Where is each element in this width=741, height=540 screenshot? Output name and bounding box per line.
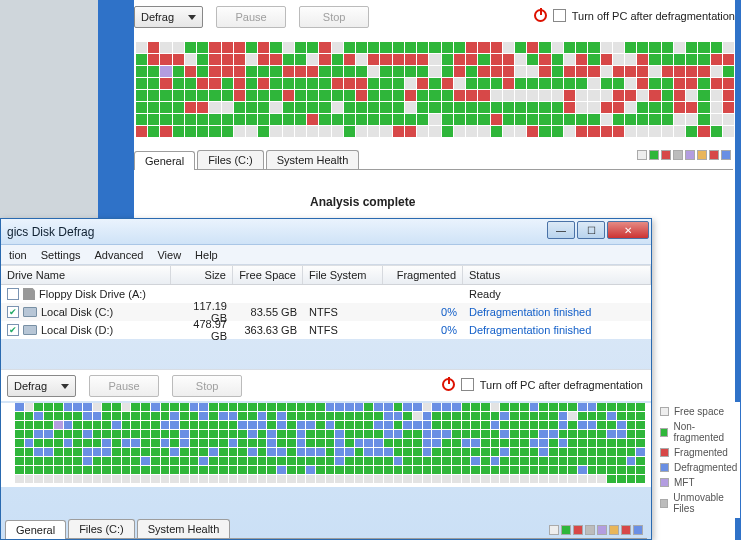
column-header[interactable]: Fragmented bbox=[383, 266, 463, 284]
cluster-cell bbox=[576, 90, 587, 101]
cluster-cell bbox=[552, 66, 563, 77]
minimize-button[interactable]: — bbox=[547, 221, 575, 239]
tab-general[interactable]: General bbox=[134, 151, 195, 170]
cluster-cell bbox=[588, 439, 597, 447]
cluster-cell bbox=[636, 439, 645, 447]
cluster-cell bbox=[588, 90, 599, 101]
cluster-cell bbox=[112, 466, 121, 474]
tab-files-c-[interactable]: Files (C:) bbox=[68, 519, 135, 538]
cluster-cell bbox=[481, 412, 490, 420]
cluster-cell bbox=[197, 126, 208, 137]
cluster-cell bbox=[686, 90, 697, 101]
row-checkbox[interactable] bbox=[7, 288, 19, 300]
bg-stop-button[interactable]: Stop bbox=[299, 6, 369, 28]
cluster-cell bbox=[229, 421, 238, 429]
tab-general[interactable]: General bbox=[5, 520, 66, 539]
tab-system-health[interactable]: System Health bbox=[137, 519, 231, 538]
row-checkbox[interactable]: ✔ bbox=[7, 324, 19, 336]
cluster-cell bbox=[136, 126, 147, 137]
cluster-cell bbox=[25, 412, 34, 420]
cluster-cell bbox=[209, 78, 220, 89]
bg-poweroff-checkbox[interactable] bbox=[553, 9, 566, 22]
cluster-cell bbox=[356, 42, 367, 53]
cluster-cell bbox=[568, 439, 577, 447]
cluster-cell bbox=[161, 412, 170, 420]
cluster-cell bbox=[93, 439, 102, 447]
cluster-cell bbox=[34, 403, 43, 411]
cluster-cell bbox=[180, 475, 189, 483]
cluster-cell bbox=[698, 42, 709, 53]
menu-advanced[interactable]: Advanced bbox=[95, 249, 144, 261]
fg-poweroff-checkbox[interactable] bbox=[461, 378, 474, 391]
cluster-cell bbox=[238, 421, 247, 429]
menu-help[interactable]: Help bbox=[195, 249, 218, 261]
cluster-cell bbox=[344, 54, 355, 65]
cluster-cell bbox=[267, 448, 276, 456]
column-header[interactable]: File System bbox=[303, 266, 383, 284]
cluster-cell bbox=[277, 421, 286, 429]
menu-tion[interactable]: tion bbox=[9, 249, 27, 261]
cluster-cell bbox=[500, 421, 509, 429]
cluster-cell bbox=[364, 448, 373, 456]
cluster-cell bbox=[442, 403, 451, 411]
cluster-cell bbox=[405, 102, 416, 113]
cluster-cell bbox=[34, 439, 43, 447]
cluster-cell bbox=[25, 403, 34, 411]
cluster-cell bbox=[73, 475, 82, 483]
fg-titlebar[interactable]: gics Disk Defrag — ☐ ✕ bbox=[1, 219, 651, 245]
cluster-cell bbox=[219, 430, 228, 438]
cluster-cell bbox=[209, 54, 220, 65]
drive-row[interactable]: ✔Local Disk (C:)117.19 GB83.55 GBNTFS0%D… bbox=[1, 303, 651, 321]
cluster-cell bbox=[270, 126, 281, 137]
cluster-cell bbox=[44, 475, 53, 483]
row-checkbox[interactable]: ✔ bbox=[7, 306, 19, 318]
cluster-cell bbox=[384, 412, 393, 420]
cluster-cell bbox=[267, 439, 276, 447]
column-header[interactable]: Drive Name bbox=[1, 266, 171, 284]
cluster-cell bbox=[93, 412, 102, 420]
column-header[interactable]: Status bbox=[463, 266, 651, 284]
cluster-cell bbox=[380, 102, 391, 113]
tab-files-c-[interactable]: Files (C:) bbox=[197, 150, 264, 169]
cluster-cell bbox=[15, 403, 24, 411]
tab-system-health[interactable]: System Health bbox=[266, 150, 360, 169]
cluster-cell bbox=[597, 457, 606, 465]
cluster-cell bbox=[674, 114, 685, 125]
bg-pause-button[interactable]: Pause bbox=[216, 6, 286, 28]
menu-view[interactable]: View bbox=[157, 249, 181, 261]
maximize-button[interactable]: ☐ bbox=[577, 221, 605, 239]
column-header[interactable]: Free Space bbox=[233, 266, 303, 284]
cluster-cell bbox=[530, 412, 539, 420]
legend-label: Free space bbox=[674, 406, 724, 417]
cluster-cell bbox=[588, 126, 599, 137]
cluster-cell bbox=[686, 102, 697, 113]
cluster-cell bbox=[393, 114, 404, 125]
cluster-cell bbox=[607, 439, 616, 447]
drive-row[interactable]: ✔Local Disk (D:)478.97 GB363.63 GBNTFS0%… bbox=[1, 321, 651, 339]
fg-stop-button[interactable]: Stop bbox=[172, 375, 242, 397]
fg-defrag-dropdown[interactable]: Defrag bbox=[7, 375, 76, 397]
cluster-cell bbox=[403, 430, 412, 438]
cluster-cell bbox=[711, 90, 722, 101]
column-header[interactable]: Size bbox=[171, 266, 233, 284]
menu-settings[interactable]: Settings bbox=[41, 249, 81, 261]
close-button[interactable]: ✕ bbox=[607, 221, 649, 239]
cluster-cell bbox=[368, 78, 379, 89]
cluster-cell bbox=[199, 466, 208, 474]
cluster-cell bbox=[462, 448, 471, 456]
cluster-cell bbox=[112, 439, 121, 447]
cluster-cell bbox=[478, 78, 489, 89]
bg-defrag-dropdown[interactable]: Defrag bbox=[134, 6, 203, 28]
cluster-cell bbox=[454, 102, 465, 113]
cluster-cell bbox=[384, 448, 393, 456]
cluster-cell bbox=[601, 78, 612, 89]
cluster-cell bbox=[429, 114, 440, 125]
cluster-cell bbox=[413, 439, 422, 447]
cluster-cell bbox=[510, 457, 519, 465]
cluster-cell bbox=[248, 475, 257, 483]
cluster-cell bbox=[306, 421, 315, 429]
cluster-cell bbox=[552, 90, 563, 101]
fg-pause-button[interactable]: Pause bbox=[89, 375, 159, 397]
drive-row[interactable]: Floppy Disk Drive (A:)Ready bbox=[1, 285, 651, 303]
cluster-cell bbox=[161, 466, 170, 474]
